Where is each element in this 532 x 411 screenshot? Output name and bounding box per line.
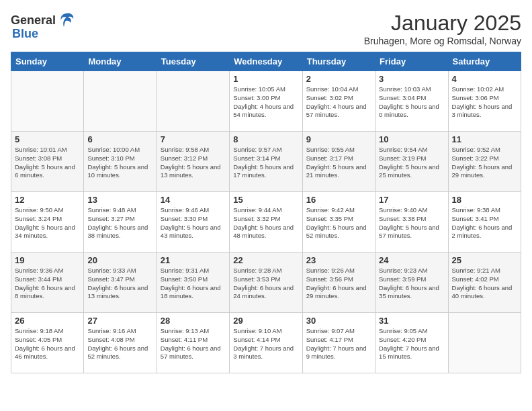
calendar-cell: 23Sunrise: 9:26 AM Sunset: 3:56 PM Dayli… bbox=[302, 253, 375, 313]
day-number: 12 bbox=[15, 195, 80, 205]
calendar-cell: 7Sunrise: 9:58 AM Sunset: 3:12 PM Daylig… bbox=[157, 132, 229, 192]
calendar-cell bbox=[11, 71, 84, 132]
day-detail: Sunrise: 9:28 AM Sunset: 3:53 PM Dayligh… bbox=[233, 267, 298, 301]
calendar-cell: 9Sunrise: 9:55 AM Sunset: 3:17 PM Daylig… bbox=[302, 132, 375, 192]
day-number: 7 bbox=[161, 134, 226, 144]
weekday-header: Friday bbox=[375, 52, 448, 71]
day-detail: Sunrise: 9:26 AM Sunset: 3:56 PM Dayligh… bbox=[306, 267, 371, 301]
day-number: 17 bbox=[379, 195, 444, 205]
calendar-cell: 2Sunrise: 10:04 AM Sunset: 3:02 PM Dayli… bbox=[302, 71, 375, 132]
calendar-cell: 15Sunrise: 9:44 AM Sunset: 3:32 PM Dayli… bbox=[230, 192, 302, 253]
day-number: 26 bbox=[15, 316, 80, 326]
logo-general: General bbox=[11, 13, 56, 28]
day-detail: Sunrise: 9:50 AM Sunset: 3:24 PM Dayligh… bbox=[15, 206, 80, 240]
day-detail: Sunrise: 9:40 AM Sunset: 3:38 PM Dayligh… bbox=[379, 206, 444, 240]
day-number: 19 bbox=[15, 255, 80, 265]
day-detail: Sunrise: 9:07 AM Sunset: 4:17 PM Dayligh… bbox=[306, 327, 371, 361]
calendar-cell: 1Sunrise: 10:05 AM Sunset: 3:00 PM Dayli… bbox=[230, 71, 302, 132]
day-detail: Sunrise: 10:01 AM Sunset: 3:08 PM Daylig… bbox=[15, 146, 80, 180]
logo: General Blue bbox=[11, 11, 76, 41]
weekday-header: Monday bbox=[84, 52, 157, 71]
calendar-cell: 13Sunrise: 9:48 AM Sunset: 3:27 PM Dayli… bbox=[84, 192, 157, 253]
day-number: 31 bbox=[379, 316, 444, 326]
day-number: 4 bbox=[452, 74, 517, 84]
day-detail: Sunrise: 9:13 AM Sunset: 4:11 PM Dayligh… bbox=[161, 327, 226, 361]
day-number: 10 bbox=[379, 134, 444, 144]
calendar-cell: 4Sunrise: 10:02 AM Sunset: 3:06 PM Dayli… bbox=[448, 71, 521, 132]
calendar-cell: 3Sunrise: 10:03 AM Sunset: 3:04 PM Dayli… bbox=[375, 71, 448, 132]
calendar-cell: 18Sunrise: 9:38 AM Sunset: 3:41 PM Dayli… bbox=[448, 192, 521, 253]
day-number: 1 bbox=[233, 74, 298, 84]
calendar-cell: 24Sunrise: 9:23 AM Sunset: 3:59 PM Dayli… bbox=[375, 253, 448, 313]
day-detail: Sunrise: 10:02 AM Sunset: 3:06 PM Daylig… bbox=[452, 85, 517, 120]
logo-blue: Blue bbox=[12, 27, 38, 41]
day-number: 30 bbox=[306, 316, 371, 326]
day-number: 21 bbox=[161, 255, 226, 265]
day-number: 16 bbox=[306, 195, 371, 205]
weekday-header: Sunday bbox=[11, 52, 84, 71]
calendar-cell bbox=[84, 71, 157, 132]
day-detail: Sunrise: 10:00 AM Sunset: 3:10 PM Daylig… bbox=[87, 146, 152, 180]
calendar-cell: 20Sunrise: 9:33 AM Sunset: 3:47 PM Dayli… bbox=[84, 253, 157, 313]
calendar-cell: 28Sunrise: 9:13 AM Sunset: 4:11 PM Dayli… bbox=[157, 313, 229, 373]
day-number: 22 bbox=[233, 255, 298, 265]
calendar-cell: 19Sunrise: 9:36 AM Sunset: 3:44 PM Dayli… bbox=[11, 253, 84, 313]
day-number: 6 bbox=[87, 134, 152, 144]
day-detail: Sunrise: 9:38 AM Sunset: 3:41 PM Dayligh… bbox=[452, 206, 517, 240]
day-detail: Sunrise: 9:33 AM Sunset: 3:47 PM Dayligh… bbox=[87, 267, 152, 301]
calendar-cell: 22Sunrise: 9:28 AM Sunset: 3:53 PM Dayli… bbox=[230, 253, 302, 313]
day-detail: Sunrise: 9:23 AM Sunset: 3:59 PM Dayligh… bbox=[379, 267, 444, 301]
day-number: 25 bbox=[452, 255, 517, 265]
calendar-cell: 27Sunrise: 9:16 AM Sunset: 4:08 PM Dayli… bbox=[84, 313, 157, 373]
day-number: 27 bbox=[87, 316, 152, 326]
day-number: 13 bbox=[87, 195, 152, 205]
day-detail: Sunrise: 9:54 AM Sunset: 3:19 PM Dayligh… bbox=[379, 146, 444, 180]
logo-bird-icon bbox=[57, 11, 76, 30]
day-detail: Sunrise: 9:42 AM Sunset: 3:35 PM Dayligh… bbox=[306, 206, 371, 240]
weekday-header: Tuesday bbox=[157, 52, 229, 71]
day-detail: Sunrise: 9:10 AM Sunset: 4:14 PM Dayligh… bbox=[233, 327, 298, 361]
day-number: 15 bbox=[233, 195, 298, 205]
month-title: January 2025 bbox=[364, 11, 521, 36]
calendar-cell: 6Sunrise: 10:00 AM Sunset: 3:10 PM Dayli… bbox=[84, 132, 157, 192]
calendar-cell bbox=[448, 313, 521, 373]
calendar-cell: 29Sunrise: 9:10 AM Sunset: 4:14 PM Dayli… bbox=[230, 313, 302, 373]
day-detail: Sunrise: 9:46 AM Sunset: 3:30 PM Dayligh… bbox=[161, 206, 226, 240]
calendar-cell: 21Sunrise: 9:31 AM Sunset: 3:50 PM Dayli… bbox=[157, 253, 229, 313]
calendar-week-row: 19Sunrise: 9:36 AM Sunset: 3:44 PM Dayli… bbox=[11, 253, 521, 313]
day-number: 11 bbox=[452, 134, 517, 144]
calendar-cell bbox=[157, 71, 229, 132]
day-number: 24 bbox=[379, 255, 444, 265]
calendar-cell: 8Sunrise: 9:57 AM Sunset: 3:14 PM Daylig… bbox=[230, 132, 302, 192]
calendar-cell: 5Sunrise: 10:01 AM Sunset: 3:08 PM Dayli… bbox=[11, 132, 84, 192]
calendar-body: 1Sunrise: 10:05 AM Sunset: 3:00 PM Dayli… bbox=[11, 71, 521, 373]
day-number: 23 bbox=[306, 255, 371, 265]
day-number: 14 bbox=[161, 195, 226, 205]
calendar-cell: 11Sunrise: 9:52 AM Sunset: 3:22 PM Dayli… bbox=[448, 132, 521, 192]
location-subtitle: Bruhagen, More og Romsdal, Norway bbox=[364, 36, 521, 46]
calendar-header-row: SundayMondayTuesdayWednesdayThursdayFrid… bbox=[11, 52, 521, 71]
day-detail: Sunrise: 9:52 AM Sunset: 3:22 PM Dayligh… bbox=[452, 146, 517, 180]
weekday-header: Saturday bbox=[448, 52, 521, 71]
day-number: 9 bbox=[306, 134, 371, 144]
calendar-cell: 17Sunrise: 9:40 AM Sunset: 3:38 PM Dayli… bbox=[375, 192, 448, 253]
day-detail: Sunrise: 9:55 AM Sunset: 3:17 PM Dayligh… bbox=[306, 146, 371, 180]
calendar-cell: 12Sunrise: 9:50 AM Sunset: 3:24 PM Dayli… bbox=[11, 192, 84, 253]
day-detail: Sunrise: 9:58 AM Sunset: 3:12 PM Dayligh… bbox=[161, 146, 226, 180]
day-detail: Sunrise: 9:48 AM Sunset: 3:27 PM Dayligh… bbox=[87, 206, 152, 240]
day-detail: Sunrise: 10:05 AM Sunset: 3:00 PM Daylig… bbox=[233, 85, 298, 120]
day-number: 28 bbox=[161, 316, 226, 326]
day-number: 18 bbox=[452, 195, 517, 205]
day-detail: Sunrise: 9:44 AM Sunset: 3:32 PM Dayligh… bbox=[233, 206, 298, 240]
day-number: 3 bbox=[379, 74, 444, 84]
day-detail: Sunrise: 9:57 AM Sunset: 3:14 PM Dayligh… bbox=[233, 146, 298, 180]
calendar-week-row: 5Sunrise: 10:01 AM Sunset: 3:08 PM Dayli… bbox=[11, 132, 521, 192]
day-number: 5 bbox=[15, 134, 80, 144]
day-detail: Sunrise: 9:18 AM Sunset: 4:05 PM Dayligh… bbox=[15, 327, 80, 361]
calendar-cell: 25Sunrise: 9:21 AM Sunset: 4:02 PM Dayli… bbox=[448, 253, 521, 313]
day-number: 8 bbox=[233, 134, 298, 144]
day-detail: Sunrise: 9:05 AM Sunset: 4:20 PM Dayligh… bbox=[379, 327, 444, 361]
calendar-cell: 30Sunrise: 9:07 AM Sunset: 4:17 PM Dayli… bbox=[302, 313, 375, 373]
day-number: 29 bbox=[233, 316, 298, 326]
day-detail: Sunrise: 9:21 AM Sunset: 4:02 PM Dayligh… bbox=[452, 267, 517, 301]
